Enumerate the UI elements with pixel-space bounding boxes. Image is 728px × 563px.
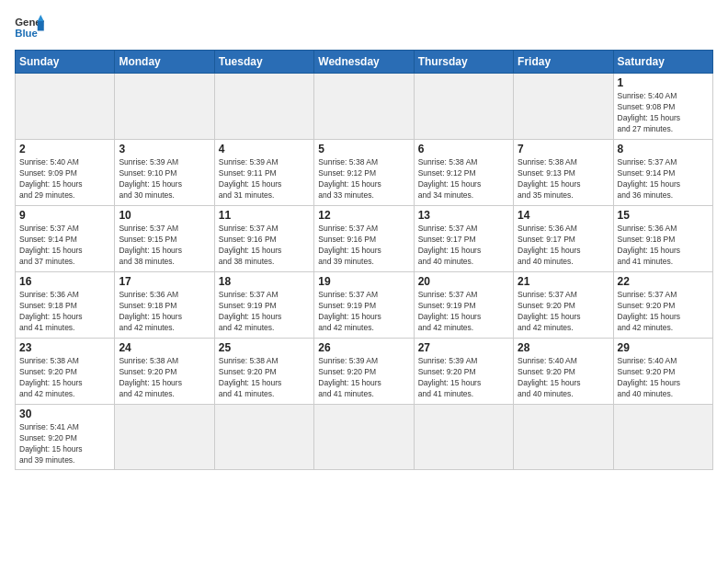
- calendar-cell: [314, 74, 414, 140]
- calendar-cell: 25Sunrise: 5:38 AMSunset: 9:20 PMDayligh…: [214, 339, 313, 405]
- day-number: 18: [219, 275, 310, 288]
- day-number: 12: [318, 209, 409, 222]
- calendar-cell: [16, 74, 115, 140]
- day-number: 3: [119, 143, 210, 155]
- calendar-cell: 6Sunrise: 5:38 AMSunset: 9:12 PMDaylight…: [414, 140, 513, 206]
- weekday-header-thursday: Thursday: [414, 51, 513, 74]
- day-info: Sunrise: 5:40 AMSunset: 9:09 PMDaylight:…: [19, 157, 110, 201]
- weekday-header-tuesday: Tuesday: [214, 51, 313, 74]
- weekday-header-sunday: Sunday: [16, 51, 115, 74]
- week-row-4: 16Sunrise: 5:36 AMSunset: 9:18 PMDayligh…: [16, 272, 713, 339]
- day-number: 20: [418, 275, 509, 288]
- calendar-cell: [414, 405, 513, 470]
- calendar-cell: 28Sunrise: 5:40 AMSunset: 9:20 PMDayligh…: [514, 339, 613, 405]
- day-info: Sunrise: 5:40 AMSunset: 9:20 PMDaylight:…: [518, 356, 609, 400]
- week-row-1: 1Sunrise: 5:40 AMSunset: 9:08 PMDaylight…: [16, 74, 713, 140]
- weekday-row: SundayMondayTuesdayWednesdayThursdayFrid…: [16, 51, 713, 74]
- day-number: 16: [19, 275, 110, 288]
- day-info: Sunrise: 5:36 AMSunset: 9:18 PMDaylight:…: [19, 290, 110, 334]
- day-number: 26: [318, 341, 409, 354]
- week-row-3: 9Sunrise: 5:37 AMSunset: 9:14 PMDaylight…: [16, 206, 713, 272]
- day-number: 29: [618, 341, 709, 354]
- calendar-cell: [214, 74, 313, 140]
- day-info: Sunrise: 5:36 AMSunset: 9:18 PMDaylight:…: [119, 290, 210, 334]
- day-number: 24: [119, 341, 210, 354]
- calendar-cell: 9Sunrise: 5:37 AMSunset: 9:14 PMDaylight…: [16, 206, 115, 272]
- calendar-cell: 24Sunrise: 5:38 AMSunset: 9:20 PMDayligh…: [115, 339, 214, 405]
- day-info: Sunrise: 5:37 AMSunset: 9:16 PMDaylight:…: [219, 224, 310, 268]
- calendar-cell: 4Sunrise: 5:39 AMSunset: 9:11 PMDaylight…: [214, 140, 313, 206]
- day-info: Sunrise: 5:36 AMSunset: 9:18 PMDaylight:…: [618, 224, 709, 268]
- calendar-cell: 26Sunrise: 5:39 AMSunset: 9:20 PMDayligh…: [314, 339, 414, 405]
- day-number: 10: [119, 209, 210, 222]
- day-number: 2: [19, 143, 110, 155]
- day-number: 17: [119, 275, 210, 288]
- day-number: 6: [418, 143, 509, 155]
- calendar-cell: 20Sunrise: 5:37 AMSunset: 9:19 PMDayligh…: [414, 272, 513, 339]
- day-number: 28: [518, 341, 609, 354]
- calendar-cell: [414, 74, 513, 140]
- day-info: Sunrise: 5:38 AMSunset: 9:12 PMDaylight:…: [318, 157, 409, 201]
- day-info: Sunrise: 5:37 AMSunset: 9:20 PMDaylight:…: [618, 290, 709, 334]
- day-info: Sunrise: 5:39 AMSunset: 9:20 PMDaylight:…: [418, 356, 509, 400]
- calendar-cell: 17Sunrise: 5:36 AMSunset: 9:18 PMDayligh…: [115, 272, 214, 339]
- day-number: 8: [618, 143, 709, 155]
- day-number: 14: [518, 209, 609, 222]
- day-info: Sunrise: 5:38 AMSunset: 9:13 PMDaylight:…: [518, 157, 609, 201]
- day-info: Sunrise: 5:37 AMSunset: 9:17 PMDaylight:…: [418, 224, 509, 268]
- day-info: Sunrise: 5:37 AMSunset: 9:14 PMDaylight:…: [19, 224, 110, 268]
- calendar-cell: 7Sunrise: 5:38 AMSunset: 9:13 PMDaylight…: [514, 140, 613, 206]
- calendar-cell: 14Sunrise: 5:36 AMSunset: 9:17 PMDayligh…: [514, 206, 613, 272]
- calendar-body: 1Sunrise: 5:40 AMSunset: 9:08 PMDaylight…: [16, 74, 713, 470]
- day-info: Sunrise: 5:36 AMSunset: 9:17 PMDaylight:…: [518, 224, 609, 268]
- calendar-table: SundayMondayTuesdayWednesdayThursdayFrid…: [15, 50, 713, 470]
- calendar-page: General Blue SundayMondayTuesdayWednesda…: [0, 0, 728, 485]
- calendar-cell: 21Sunrise: 5:37 AMSunset: 9:20 PMDayligh…: [514, 272, 613, 339]
- calendar-cell: 18Sunrise: 5:37 AMSunset: 9:19 PMDayligh…: [214, 272, 313, 339]
- calendar-cell: 16Sunrise: 5:36 AMSunset: 9:18 PMDayligh…: [16, 272, 115, 339]
- day-number: 7: [518, 143, 609, 155]
- calendar-cell: 1Sunrise: 5:40 AMSunset: 9:08 PMDaylight…: [613, 74, 712, 140]
- day-info: Sunrise: 5:41 AMSunset: 9:20 PMDaylight:…: [19, 422, 110, 466]
- day-number: 11: [219, 209, 310, 222]
- week-row-2: 2Sunrise: 5:40 AMSunset: 9:09 PMDaylight…: [16, 140, 713, 206]
- day-number: 4: [219, 143, 310, 155]
- calendar-cell: 15Sunrise: 5:36 AMSunset: 9:18 PMDayligh…: [613, 206, 712, 272]
- day-info: Sunrise: 5:38 AMSunset: 9:20 PMDaylight:…: [119, 356, 210, 400]
- week-row-5: 23Sunrise: 5:38 AMSunset: 9:20 PMDayligh…: [16, 339, 713, 405]
- day-number: 21: [518, 275, 609, 288]
- day-number: 19: [318, 275, 409, 288]
- calendar-cell: [613, 405, 712, 470]
- day-number: 27: [418, 341, 509, 354]
- day-number: 1: [618, 76, 709, 89]
- week-row-6: 30Sunrise: 5:41 AMSunset: 9:20 PMDayligh…: [16, 405, 713, 470]
- day-info: Sunrise: 5:38 AMSunset: 9:20 PMDaylight:…: [219, 356, 310, 400]
- day-info: Sunrise: 5:37 AMSunset: 9:16 PMDaylight:…: [318, 224, 409, 268]
- day-number: 25: [219, 341, 310, 354]
- calendar-cell: 8Sunrise: 5:37 AMSunset: 9:14 PMDaylight…: [613, 140, 712, 206]
- svg-text:Blue: Blue: [15, 28, 38, 39]
- day-info: Sunrise: 5:37 AMSunset: 9:20 PMDaylight:…: [518, 290, 609, 334]
- day-info: Sunrise: 5:38 AMSunset: 9:20 PMDaylight:…: [19, 356, 110, 400]
- calendar-cell: 5Sunrise: 5:38 AMSunset: 9:12 PMDaylight…: [314, 140, 414, 206]
- calendar-cell: 13Sunrise: 5:37 AMSunset: 9:17 PMDayligh…: [414, 206, 513, 272]
- logo-icon: General Blue: [15, 15, 44, 40]
- logo: General Blue: [15, 15, 44, 40]
- calendar-cell: 27Sunrise: 5:39 AMSunset: 9:20 PMDayligh…: [414, 339, 513, 405]
- calendar-cell: [514, 405, 613, 470]
- day-info: Sunrise: 5:38 AMSunset: 9:12 PMDaylight:…: [418, 157, 509, 201]
- calendar-cell: 2Sunrise: 5:40 AMSunset: 9:09 PMDaylight…: [16, 140, 115, 206]
- day-number: 22: [618, 275, 709, 288]
- calendar-cell: 22Sunrise: 5:37 AMSunset: 9:20 PMDayligh…: [613, 272, 712, 339]
- weekday-header-saturday: Saturday: [613, 51, 712, 74]
- calendar-cell: 11Sunrise: 5:37 AMSunset: 9:16 PMDayligh…: [214, 206, 313, 272]
- day-info: Sunrise: 5:40 AMSunset: 9:20 PMDaylight:…: [618, 356, 709, 400]
- calendar-cell: 3Sunrise: 5:39 AMSunset: 9:10 PMDaylight…: [115, 140, 214, 206]
- day-info: Sunrise: 5:37 AMSunset: 9:14 PMDaylight:…: [618, 157, 709, 201]
- calendar-cell: 29Sunrise: 5:40 AMSunset: 9:20 PMDayligh…: [613, 339, 712, 405]
- day-info: Sunrise: 5:40 AMSunset: 9:08 PMDaylight:…: [618, 91, 709, 135]
- day-number: 30: [19, 408, 110, 420]
- calendar-cell: 12Sunrise: 5:37 AMSunset: 9:16 PMDayligh…: [314, 206, 414, 272]
- day-info: Sunrise: 5:39 AMSunset: 9:10 PMDaylight:…: [119, 157, 210, 201]
- day-number: 15: [618, 209, 709, 222]
